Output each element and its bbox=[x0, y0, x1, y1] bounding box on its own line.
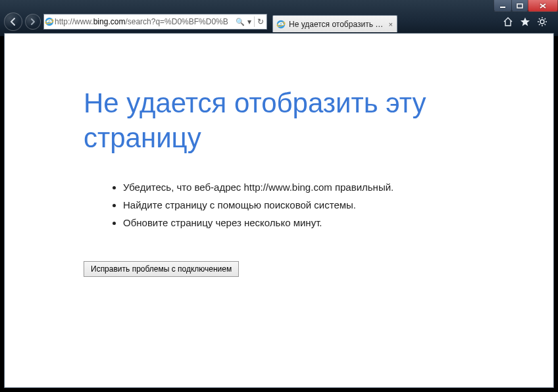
svg-rect-7 bbox=[279, 24, 284, 24]
forward-button[interactable] bbox=[25, 14, 41, 30]
tab-close-button[interactable]: × bbox=[389, 20, 393, 28]
error-page: Не удается отобразить эту страницу Убеди… bbox=[5, 34, 553, 277]
favorites-icon[interactable] bbox=[520, 16, 530, 27]
error-heading: Не удается отобразить эту страницу bbox=[84, 86, 492, 155]
error-suggestion-item: Обновите страницу через несколько минут. bbox=[123, 217, 553, 228]
browser-chrome: http://www.bing.com/search?q=%D0%BF%D0%B… bbox=[0, 0, 558, 36]
ie-favicon-icon bbox=[44, 16, 55, 27]
refresh-icon[interactable]: ↻ bbox=[257, 17, 264, 26]
address-dropdown-icon[interactable]: ▾ bbox=[247, 17, 251, 26]
fix-connection-button[interactable]: Исправить проблемы с подключением bbox=[84, 261, 239, 277]
window-minimize-button[interactable] bbox=[494, 0, 512, 12]
tab-favicon-icon bbox=[276, 19, 286, 30]
svg-point-8 bbox=[540, 20, 544, 24]
window-maximize-button[interactable] bbox=[511, 0, 528, 12]
window-close-button[interactable] bbox=[528, 0, 558, 12]
svg-rect-0 bbox=[500, 7, 505, 8]
svg-rect-4 bbox=[47, 21, 52, 22]
separator bbox=[254, 16, 255, 27]
page-viewport: Не удается отобразить эту страницу Убеди… bbox=[4, 33, 554, 388]
error-suggestion-list: Убедитесь, что веб-адрес http://www.bing… bbox=[84, 182, 553, 228]
tools-icon[interactable] bbox=[537, 16, 547, 27]
search-icon[interactable]: 🔍 bbox=[236, 18, 245, 26]
navigation-row: http://www.bing.com/search?q=%D0%BF%D0%B… bbox=[0, 12, 558, 32]
back-button[interactable] bbox=[4, 12, 22, 31]
address-url: http://www.bing.com/search?q=%D0%BF%D0%B bbox=[55, 17, 233, 26]
home-icon[interactable] bbox=[503, 16, 513, 27]
svg-rect-1 bbox=[517, 4, 522, 8]
address-tools: 🔍 ▾ ↻ bbox=[233, 16, 266, 27]
window-caption-buttons bbox=[494, 0, 558, 13]
error-suggestion-item: Найдите страницу с помощью поисковой сис… bbox=[123, 199, 553, 210]
toolbar-icons bbox=[503, 16, 554, 27]
error-suggestion-item: Убедитесь, что веб-адрес http://www.bing… bbox=[123, 182, 553, 193]
browser-tab[interactable]: Не удается отобразить эту... × bbox=[272, 15, 397, 32]
address-bar[interactable]: http://www.bing.com/search?q=%D0%BF%D0%B… bbox=[43, 14, 267, 30]
tab-title: Не удается отобразить эту... bbox=[289, 20, 386, 29]
